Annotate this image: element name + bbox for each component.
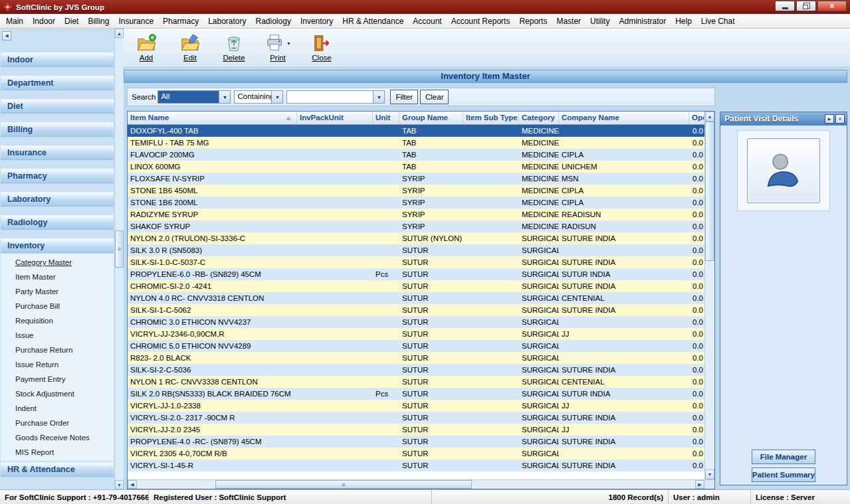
menu-item[interactable]: Account Reports: [447, 15, 515, 28]
chevron-down-icon[interactable]: ▼: [271, 91, 282, 103]
maximize-button[interactable]: [796, 1, 816, 11]
menu-item[interactable]: Billing: [83, 15, 114, 28]
table-row[interactable]: STONE 1B6 200ML SYRIP MEDICINE CIPLA 0.0: [128, 197, 704, 209]
menu-item[interactable]: Diet: [60, 15, 83, 28]
scroll-up-icon[interactable]: ▲: [705, 112, 714, 122]
sidebar-item[interactable]: Purchase Return: [1, 343, 114, 357]
search-field-select[interactable]: All ▼: [158, 90, 231, 104]
menu-item[interactable]: Help: [671, 15, 696, 28]
table-row[interactable]: PROPYLENE-6.0 -RB- (SN829) 45CM Pcs SUTU…: [128, 268, 704, 280]
chevron-down-icon[interactable]: ▼: [219, 91, 230, 103]
filter-button[interactable]: Filter: [390, 90, 418, 104]
minimize-button[interactable]: [775, 1, 795, 11]
menu-item[interactable]: Account: [408, 15, 446, 28]
table-row[interactable]: CHROMIC 5.0 ETHICON NVV4289 SUTUR SURGIC…: [128, 340, 704, 352]
menu-item[interactable]: Live Chat: [696, 15, 740, 28]
menu-item[interactable]: Insurance: [114, 15, 158, 28]
search-term-select[interactable]: ▼: [286, 90, 385, 104]
menu-item[interactable]: Radiology: [251, 15, 296, 28]
sidebar-item[interactable]: MIS Report: [1, 445, 114, 460]
table-row[interactable]: DOXOFYL-400 TAB TAB MEDICINE 0.0: [128, 125, 704, 137]
column-header-invpackunit[interactable]: InvPackUnit: [297, 112, 373, 124]
close-button[interactable]: ×: [817, 1, 847, 11]
table-row[interactable]: FLAVOCIP 200MG TAB MEDICINE CIPLA 0.0: [128, 149, 704, 161]
sidebar-section-inventory[interactable]: Inventory: [1, 238, 114, 253]
menu-item[interactable]: Master: [552, 15, 585, 28]
table-row[interactable]: VICRYL-SI-1-45-R SUTUR SURGICAL SUTURE I…: [128, 460, 704, 471]
scrollbar-thumb[interactable]: ≡: [115, 230, 124, 268]
sidebar-item[interactable]: Issue Return: [1, 357, 114, 372]
table-row[interactable]: VICRYL-SI-2.0- 2317 -90CM R SUTUR SURGIC…: [128, 412, 704, 424]
sidebar-item[interactable]: Requisition: [1, 313, 114, 328]
sidebar-item[interactable]: Category Master: [1, 255, 114, 270]
sidebar-section[interactable]: HR & Attendance: [1, 462, 114, 477]
sidebar-section[interactable]: Insurance: [1, 145, 114, 160]
table-row[interactable]: NYLON 4.0 RC- CNVV3318 CENTLON SUTUR SUR…: [128, 292, 704, 304]
table-row[interactable]: SILK-SI-1.0-C-5037-C SUTUR SURGICAL SUTU…: [128, 256, 704, 268]
menu-item[interactable]: Administrator: [614, 15, 671, 28]
sidebar-item[interactable]: Item Master: [1, 270, 114, 284]
table-row[interactable]: SILK-SI-1-C-5062 SUTUR SURGICAL SUTURE I…: [128, 304, 704, 316]
sidebar-collapse-button[interactable]: ◀: [2, 31, 11, 41]
panel-close-button[interactable]: ×: [835, 114, 845, 124]
sidebar-item[interactable]: Party Master: [1, 284, 114, 299]
sidebar-item[interactable]: Stock Adjustment: [1, 386, 114, 401]
sidebar-item[interactable]: Indent: [1, 401, 114, 416]
sidebar-item[interactable]: Purchase Order: [1, 416, 114, 430]
column-header-company-name[interactable]: Company Name: [559, 112, 689, 124]
column-header-unit[interactable]: Unit: [373, 112, 399, 124]
table-row[interactable]: NYLON 2.0 (TRULON)-SI-3336-C SUTUR (NYLO…: [128, 232, 704, 244]
scrollbar-thumb[interactable]: ≡: [215, 480, 472, 489]
table-row[interactable]: CHROMIC-SI-2.0 -4241 SUTUR SURGICAL SUTU…: [128, 280, 704, 292]
close-form-button[interactable]: Close: [307, 33, 336, 62]
scroll-down-icon[interactable]: ▼: [115, 480, 124, 489]
menu-item[interactable]: Pharmacy: [158, 15, 203, 28]
menu-item[interactable]: HR & Attendance: [338, 15, 408, 28]
file-manager-button[interactable]: File Manager: [752, 450, 815, 464]
sidebar-section[interactable]: Billing: [1, 122, 114, 137]
scroll-right-icon[interactable]: ▶: [695, 480, 704, 489]
menu-item[interactable]: Main: [1, 15, 28, 28]
scroll-up-icon[interactable]: ▲: [115, 29, 124, 38]
table-row[interactable]: TEMIFLU - TAB 75 MG TAB MEDICINE 0.0: [128, 137, 704, 149]
table-row[interactable]: VICRYL-JJ-1.0-2338 SUTUR SURGICAL JJ 0.0: [128, 400, 704, 412]
table-row[interactable]: VICRYL 2305 4-0,70CM R/B SUTUR SURGICAL …: [128, 448, 704, 460]
grid-horizontal-scrollbar[interactable]: ◀ ≡ ▶: [128, 480, 704, 489]
search-condition-select[interactable]: Containing ▼: [234, 90, 283, 104]
scroll-left-icon[interactable]: ◀: [128, 480, 137, 489]
patient-summary-button[interactable]: Patient Summary: [752, 467, 815, 482]
sidebar-item[interactable]: Purchase Bill: [1, 299, 114, 313]
table-row[interactable]: STONE 1B6 450ML SYRIP MEDICINE CIPLA 0.0: [128, 185, 704, 197]
table-row[interactable]: RADIZYME SYRUP SYRIP MEDICINE READISUN 0…: [128, 209, 704, 220]
sidebar-section[interactable]: Diet: [1, 99, 114, 114]
clear-button[interactable]: Clear: [420, 90, 449, 104]
table-row[interactable]: VICRYL-JJ-2346-0,90CM,R SUTUR SURGICAL J…: [128, 328, 704, 340]
sidebar-item[interactable]: Goods Receive Notes: [1, 430, 114, 445]
sidebar-section[interactable]: Indoor: [1, 52, 114, 67]
menu-item[interactable]: Laboratory: [203, 15, 251, 28]
column-header-opening[interactable]: Opening: [689, 112, 704, 124]
table-row[interactable]: PROPYLENE-4.0 -RC- (SN879) 45CM SUTUR SU…: [128, 436, 704, 448]
panel-expand-button[interactable]: ▸: [825, 114, 834, 124]
table-row[interactable]: VICRYL-JJ-2.0 2345 SUTUR SURGICAL JJ 0.0: [128, 424, 704, 436]
print-dropdown-arrow-icon[interactable]: ▼: [286, 41, 291, 46]
table-row[interactable]: SILK 3.0 R (SN5083) SUTUR SURGICAL 0.0: [128, 244, 704, 256]
patient-photo-button[interactable]: [747, 138, 820, 203]
table-row[interactable]: SILK 2.0 RB(SN5333) BLACK BRAIDED 76CM P…: [128, 388, 704, 400]
table-row[interactable]: SHAKOF SYRUP SYRIP MEDICINE RADISUN 0.0: [128, 220, 704, 232]
table-row[interactable]: CHROMIC 3.0 ETHICON NVV4237 SUTUR SURGIC…: [128, 316, 704, 328]
column-header-item-name[interactable]: Item Name: [128, 112, 297, 124]
chevron-down-icon[interactable]: ▼: [373, 91, 384, 103]
table-row[interactable]: FLOXSAFE IV-SYRIP SYRIP MEDICINE MSN 0.0: [128, 173, 704, 185]
sidebar-scrollbar[interactable]: ▲ ≡ ▼: [114, 29, 124, 489]
print-button[interactable]: ▼ Print: [263, 33, 292, 62]
column-header-item-sub-type[interactable]: Item Sub Type: [463, 112, 519, 124]
scroll-down-icon[interactable]: ▼: [705, 469, 714, 479]
column-header-category[interactable]: Category: [519, 112, 559, 124]
add-button[interactable]: Add: [132, 33, 161, 62]
table-row[interactable]: NYLON 1 RC- CNVV3338 CENTLON SUTUR SURGI…: [128, 376, 704, 388]
menu-item[interactable]: Indoor: [28, 15, 60, 28]
menu-item[interactable]: Inventory: [296, 15, 338, 28]
sidebar-section[interactable]: Department: [1, 76, 114, 90]
sidebar-section[interactable]: Pharmacy: [1, 169, 114, 183]
